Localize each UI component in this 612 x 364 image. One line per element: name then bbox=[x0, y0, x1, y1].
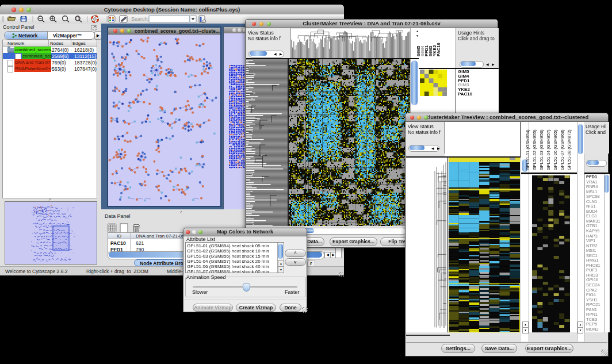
svg-text:1:1: 1:1 bbox=[76, 17, 80, 20]
svg-text:Search:: Search: bbox=[131, 16, 149, 22]
